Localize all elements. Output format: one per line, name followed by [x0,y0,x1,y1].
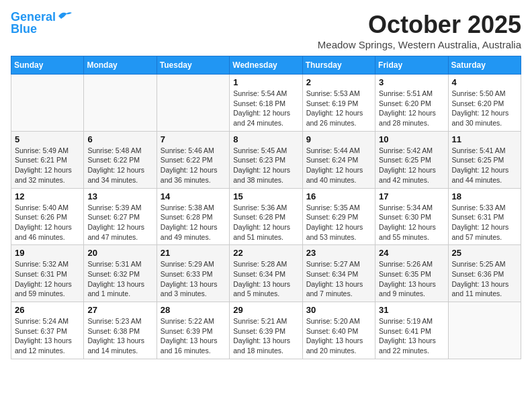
day-info: Sunrise: 5:54 AM Sunset: 6:18 PM Dayligh… [233,89,298,128]
day-info: Sunrise: 5:53 AM Sunset: 6:19 PM Dayligh… [306,89,371,128]
day-info: Sunrise: 5:39 AM Sunset: 6:27 PM Dayligh… [87,203,152,242]
day-cell: 23Sunrise: 5:27 AM Sunset: 6:34 PM Dayli… [302,245,375,302]
day-info: Sunrise: 5:21 AM Sunset: 6:39 PM Dayligh… [233,316,298,356]
day-info: Sunrise: 5:32 AM Sunset: 6:31 PM Dayligh… [15,259,80,299]
logo: General Blue [11,11,72,36]
header-row: SundayMondayTuesdayWednesdayThursdayFrid… [11,56,521,75]
day-cell: 15Sunrise: 5:36 AM Sunset: 6:28 PM Dayli… [230,188,302,245]
calendar-table: SundayMondayTuesdayWednesdayThursdayFrid… [11,56,521,359]
day-number: 6 [87,134,152,144]
day-number: 28 [161,305,226,315]
day-info: Sunrise: 5:41 AM Sunset: 6:25 PM Dayligh… [452,146,517,185]
day-info: Sunrise: 5:25 AM Sunset: 6:36 PM Dayligh… [452,259,517,299]
day-number: 18 [452,191,517,201]
header-saturday: Saturday [448,56,521,75]
week-row-5: 26Sunrise: 5:24 AM Sunset: 6:37 PM Dayli… [11,302,521,359]
day-number: 26 [15,305,80,315]
location: Meadow Springs, Western Australia, Austr… [318,39,521,50]
day-cell [11,75,84,132]
day-cell: 5Sunrise: 5:49 AM Sunset: 6:21 PM Daylig… [11,131,84,188]
day-number: 19 [15,248,80,258]
day-info: Sunrise: 5:33 AM Sunset: 6:31 PM Dayligh… [452,203,517,242]
header-thursday: Thursday [302,56,375,75]
day-number: 4 [452,77,517,87]
title-section: October 2025 Meadow Springs, Western Aus… [318,11,521,50]
day-number: 20 [87,248,152,258]
day-cell: 3Sunrise: 5:51 AM Sunset: 6:20 PM Daylig… [375,75,448,132]
day-info: Sunrise: 5:24 AM Sunset: 6:37 PM Dayligh… [15,316,80,356]
day-cell: 11Sunrise: 5:41 AM Sunset: 6:25 PM Dayli… [448,131,521,188]
day-number: 13 [87,191,152,201]
day-cell: 10Sunrise: 5:42 AM Sunset: 6:25 PM Dayli… [375,131,448,188]
day-cell: 4Sunrise: 5:50 AM Sunset: 6:20 PM Daylig… [448,75,521,132]
day-number: 12 [15,191,80,201]
day-cell: 8Sunrise: 5:45 AM Sunset: 6:23 PM Daylig… [230,131,302,188]
day-cell: 22Sunrise: 5:28 AM Sunset: 6:34 PM Dayli… [230,245,302,302]
day-info: Sunrise: 5:38 AM Sunset: 6:28 PM Dayligh… [161,203,226,242]
day-info: Sunrise: 5:31 AM Sunset: 6:32 PM Dayligh… [87,259,152,299]
day-cell [157,75,229,132]
day-number: 30 [306,305,371,315]
day-number: 14 [161,191,226,201]
day-info: Sunrise: 5:45 AM Sunset: 6:23 PM Dayligh… [233,146,298,185]
day-info: Sunrise: 5:35 AM Sunset: 6:29 PM Dayligh… [306,203,371,242]
day-info: Sunrise: 5:29 AM Sunset: 6:33 PM Dayligh… [161,259,226,299]
day-cell: 24Sunrise: 5:26 AM Sunset: 6:35 PM Dayli… [375,245,448,302]
calendar-body: 1Sunrise: 5:54 AM Sunset: 6:18 PM Daylig… [11,75,521,359]
week-row-4: 19Sunrise: 5:32 AM Sunset: 6:31 PM Dayli… [11,245,521,302]
header-friday: Friday [375,56,448,75]
day-info: Sunrise: 5:22 AM Sunset: 6:39 PM Dayligh… [161,316,226,356]
day-cell: 6Sunrise: 5:48 AM Sunset: 6:22 PM Daylig… [84,131,157,188]
day-cell [84,75,157,132]
day-cell: 18Sunrise: 5:33 AM Sunset: 6:31 PM Dayli… [448,188,521,245]
day-cell: 19Sunrise: 5:32 AM Sunset: 6:31 PM Dayli… [11,245,84,302]
day-info: Sunrise: 5:36 AM Sunset: 6:28 PM Dayligh… [233,203,298,242]
day-info: Sunrise: 5:49 AM Sunset: 6:21 PM Dayligh… [15,146,80,185]
day-info: Sunrise: 5:44 AM Sunset: 6:24 PM Dayligh… [306,146,371,185]
day-cell: 31Sunrise: 5:19 AM Sunset: 6:41 PM Dayli… [375,302,448,359]
logo-bird-icon [57,11,72,21]
day-number: 27 [87,305,152,315]
day-info: Sunrise: 5:26 AM Sunset: 6:35 PM Dayligh… [379,259,444,299]
day-cell: 26Sunrise: 5:24 AM Sunset: 6:37 PM Dayli… [11,302,84,359]
day-number: 31 [379,305,444,315]
day-info: Sunrise: 5:50 AM Sunset: 6:20 PM Dayligh… [452,89,517,128]
day-cell: 16Sunrise: 5:35 AM Sunset: 6:29 PM Dayli… [302,188,375,245]
day-cell [448,302,521,359]
day-cell: 29Sunrise: 5:21 AM Sunset: 6:39 PM Dayli… [230,302,302,359]
day-number: 7 [161,134,226,144]
day-info: Sunrise: 5:42 AM Sunset: 6:25 PM Dayligh… [379,146,444,185]
day-info: Sunrise: 5:46 AM Sunset: 6:22 PM Dayligh… [161,146,226,185]
header-tuesday: Tuesday [157,56,229,75]
day-cell: 9Sunrise: 5:44 AM Sunset: 6:24 PM Daylig… [302,131,375,188]
day-info: Sunrise: 5:48 AM Sunset: 6:22 PM Dayligh… [87,146,152,185]
day-info: Sunrise: 5:40 AM Sunset: 6:26 PM Dayligh… [15,203,80,242]
day-info: Sunrise: 5:34 AM Sunset: 6:30 PM Dayligh… [379,203,444,242]
week-row-2: 5Sunrise: 5:49 AM Sunset: 6:21 PM Daylig… [11,131,521,188]
calendar-header: SundayMondayTuesdayWednesdayThursdayFrid… [11,56,521,75]
day-number: 9 [306,134,371,144]
day-number: 23 [306,248,371,258]
day-number: 16 [306,191,371,201]
header-monday: Monday [84,56,157,75]
day-number: 3 [379,77,444,87]
day-number: 2 [306,77,371,87]
day-info: Sunrise: 5:51 AM Sunset: 6:20 PM Dayligh… [379,89,444,128]
day-info: Sunrise: 5:28 AM Sunset: 6:34 PM Dayligh… [233,259,298,299]
day-number: 5 [15,134,80,144]
day-info: Sunrise: 5:27 AM Sunset: 6:34 PM Dayligh… [306,259,371,299]
month-title: October 2025 [318,11,521,39]
day-number: 8 [233,134,298,144]
day-cell: 14Sunrise: 5:38 AM Sunset: 6:28 PM Dayli… [157,188,229,245]
day-cell: 25Sunrise: 5:25 AM Sunset: 6:36 PM Dayli… [448,245,521,302]
day-number: 25 [452,248,517,258]
day-cell: 7Sunrise: 5:46 AM Sunset: 6:22 PM Daylig… [157,131,229,188]
day-number: 22 [233,248,298,258]
header-sunday: Sunday [11,56,84,75]
day-info: Sunrise: 5:23 AM Sunset: 6:38 PM Dayligh… [87,316,152,356]
day-cell: 21Sunrise: 5:29 AM Sunset: 6:33 PM Dayli… [157,245,229,302]
week-row-1: 1Sunrise: 5:54 AM Sunset: 6:18 PM Daylig… [11,75,521,132]
day-number: 15 [233,191,298,201]
day-number: 1 [233,77,298,87]
day-cell: 27Sunrise: 5:23 AM Sunset: 6:38 PM Dayli… [84,302,157,359]
